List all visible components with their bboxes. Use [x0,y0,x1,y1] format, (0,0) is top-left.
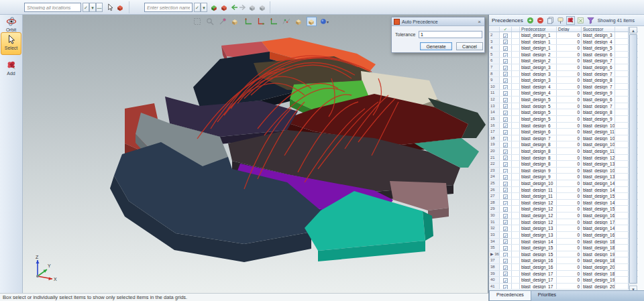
copy-button[interactable] [546,16,555,25]
predecessor-cell[interactable]: blast_design_1 [520,32,557,38]
dialog-title-bar[interactable]: Auto Precedence × [392,17,484,26]
successor-cell[interactable]: blast_design_4 [582,39,615,45]
successor-cell[interactable]: blast_design_15 [582,193,615,199]
successor-cell[interactable]: blast_design_3 [582,32,615,38]
predecessor-cell[interactable]: blast_design_12 [520,213,557,219]
hide-solids-button[interactable] [248,3,257,12]
predecessor-cell[interactable]: blast_design_8 [520,141,557,147]
table-row[interactable]: 4✓blast_design_10blast_design_5 [489,45,638,52]
table-row[interactable]: 19✓blast_design_80blast_design_10 [489,141,638,148]
table-row[interactable]: 35✓blast_design_150blast_design_18 [489,245,638,251]
scroll-up-button[interactable]: ▲ [629,27,637,34]
table-row[interactable]: 3✓blast_design_10blast_design_4 [489,39,638,46]
successor-cell[interactable]: blast_design_8 [582,109,615,115]
successor-cell[interactable]: blast_design_7 [582,84,615,90]
selection-names-input[interactable] [144,3,193,12]
scrollbar-thumb[interactable] [629,34,637,284]
show-in-view-button[interactable] [566,16,575,25]
row-checkbox[interactable]: ✓ [500,206,512,212]
successor-cell[interactable]: blast_design_7 [582,71,615,77]
delay-cell[interactable]: 0 [557,284,582,290]
delay-cell[interactable]: 0 [557,193,582,199]
table-row[interactable]: 37✓blast_design_160blast_design_18 [489,257,638,264]
check-all-header[interactable]: ✓ [500,27,512,32]
successor-cell[interactable]: blast_design_18 [582,239,615,245]
table-row[interactable]: 17✓blast_design_60blast_design_11 [489,129,638,135]
delay-header[interactable]: Delay [557,27,582,32]
successor-cell[interactable]: blast_design_20 [582,284,615,290]
successor-cell[interactable]: blast_design_10 [582,135,615,141]
delay-cell[interactable]: 0 [557,71,582,77]
shade-solids-button[interactable] [294,17,304,26]
successor-cell[interactable]: blast_design_19 [582,277,615,283]
show-blocks-button[interactable] [230,17,240,26]
table-row[interactable]: 28✓blast_design_120blast_design_14 [489,200,638,206]
delay-cell[interactable]: 0 [557,64,582,70]
successor-cell[interactable]: blast_design_8 [582,77,615,83]
successor-cell[interactable]: blast_design_13 [582,174,615,180]
predecessor-cell[interactable]: blast_design_9 [520,168,557,174]
delay-cell[interactable]: 0 [557,225,582,231]
filter-button[interactable] [586,16,595,25]
successor-cell[interactable]: blast_design_18 [582,245,615,251]
box-select-button[interactable] [192,17,202,26]
table-row[interactable]: 14✓blast_design_50blast_design_8 [489,109,638,116]
predecessor-cell[interactable]: blast_design_17 [520,277,557,283]
row-checkbox[interactable]: ✓ [500,97,512,103]
row-checkbox[interactable]: ✓ [500,84,512,90]
view-orientation-button[interactable]: ▾ [319,17,329,26]
table-row[interactable]: 38✓blast_design_160blast_design_20 [489,264,638,271]
row-checkbox[interactable]: ✓ [500,77,512,83]
predecessor-cell[interactable]: blast_design_13 [520,225,557,231]
delay-cell[interactable]: 0 [557,200,582,206]
row-checkbox[interactable]: ✓ [500,103,512,109]
successor-cell[interactable]: blast_design_20 [582,264,615,270]
table-row[interactable]: 26✓blast_design_110blast_design_14 [489,187,638,194]
predecessor-cell[interactable]: blast_design_13 [520,232,557,238]
location-filter-clear-button[interactable]: — [96,3,103,12]
row-checkbox[interactable]: ✓ [500,271,512,277]
successor-header[interactable]: Successor [582,27,615,32]
predecessor-cell[interactable]: blast_design_5 [520,97,557,103]
pick-location-button[interactable] [105,3,115,12]
delay-cell[interactable]: 0 [557,155,582,161]
successor-cell[interactable]: blast_design_18 [582,271,615,277]
delay-cell[interactable]: 0 [557,206,582,212]
table-row[interactable]: 12✓blast_design_50blast_design_6 [489,97,638,103]
row-checkbox[interactable]: ✓ [500,219,512,225]
delay-cell[interactable]: 0 [557,129,582,135]
predecessor-cell[interactable]: blast_design_15 [520,251,557,257]
row-checkbox[interactable]: ✓ [500,213,512,219]
successor-cell[interactable]: blast_design_10 [582,141,615,147]
predecessor-cell[interactable]: blast_design_2 [520,52,557,58]
successor-cell[interactable]: blast_design_7 [582,103,615,109]
predecessor-cell[interactable]: blast_design_3 [520,77,557,83]
predecessor-cell[interactable]: blast_design_9 [520,174,557,180]
pin-button[interactable] [556,16,565,25]
row-checkbox[interactable]: ✓ [500,239,512,245]
row-checkbox[interactable]: ✓ [500,109,512,115]
successor-cell[interactable]: blast_design_10 [582,123,615,129]
remove-precedence-button[interactable]: − [536,16,545,25]
predecessor-cell[interactable]: blast_design_8 [520,161,557,167]
delay-cell[interactable]: 0 [557,97,582,103]
successor-cell[interactable]: blast_design_18 [582,257,615,263]
table-row[interactable]: 7✓blast_design_30blast_design_6 [489,64,638,71]
predecessor-cell[interactable]: blast_design_5 [520,103,557,109]
predecessor-cell[interactable]: blast_design_14 [520,239,557,245]
row-checkbox[interactable]: ✓ [500,168,512,174]
selection-apply-button[interactable]: ✓ [194,3,201,12]
delay-cell[interactable]: 0 [557,77,582,83]
export-button[interactable] [576,16,585,25]
delay-cell[interactable]: 0 [557,45,582,51]
table-row[interactable]: 18✓blast_design_70blast_design_10 [489,135,638,142]
predecessor-cell[interactable]: blast_design_3 [520,64,557,70]
delay-cell[interactable]: 0 [557,187,582,193]
table-row[interactable]: 23✓blast_design_90blast_design_10 [489,168,638,174]
row-checkbox[interactable]: ✓ [500,180,512,186]
successor-cell[interactable]: blast_design_11 [582,129,615,135]
table-row[interactable]: 24✓blast_design_90blast_design_13 [489,174,638,180]
predecessor-cell[interactable]: blast_design_11 [520,187,557,193]
table-row[interactable]: 41✓blast_design_170blast_design_20 [489,284,638,290]
successor-cell[interactable]: blast_design_9 [582,116,615,122]
